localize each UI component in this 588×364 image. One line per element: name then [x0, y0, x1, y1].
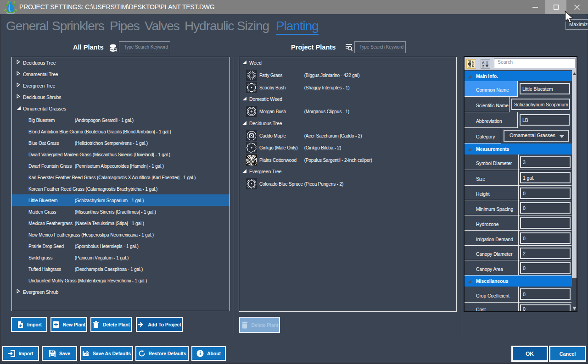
- svg-text:Z: Z: [482, 64, 485, 68]
